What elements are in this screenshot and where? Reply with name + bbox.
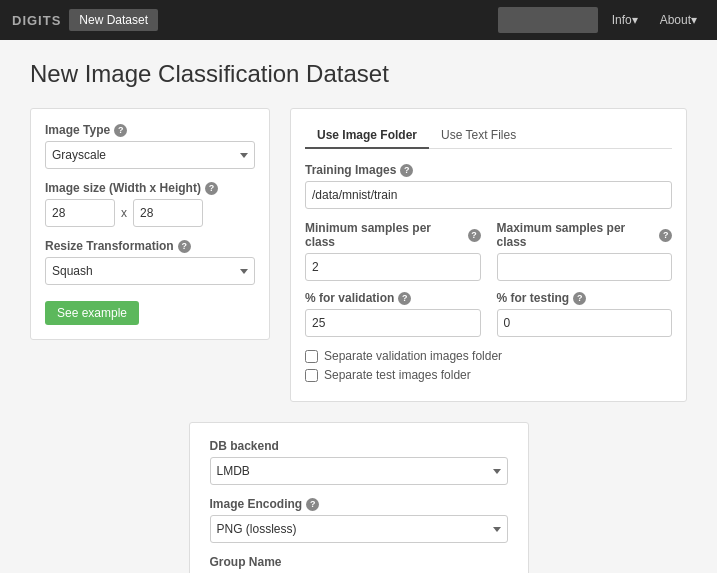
resize-select[interactable]: Squash Crop Fill Half Crop/Half Fill (45, 257, 255, 285)
image-encoding-group: Image Encoding ? PNG (lossless) JPEG (lo… (210, 497, 508, 543)
checkbox-group: Separate validation images folder Separa… (305, 349, 672, 382)
form-row: Image Type ? Grayscale Color Image size … (30, 108, 687, 402)
page-title: New Image Classification Dataset (30, 60, 687, 88)
tab-row: Use Image Folder Use Text Files (305, 123, 672, 149)
testing-label: % for testing ? (497, 291, 673, 305)
image-encoding-select[interactable]: PNG (lossless) JPEG (lossy) None (210, 515, 508, 543)
image-type-help-icon[interactable]: ? (114, 124, 127, 137)
image-type-label: Image Type ? (45, 123, 255, 137)
navbar-new-dataset-tab[interactable]: New Dataset (69, 9, 158, 31)
bottom-section: DB backend LMDB LevelDB Image Encoding ?… (30, 422, 687, 573)
db-backend-label: DB backend (210, 439, 508, 453)
image-type-group: Image Type ? Grayscale Color (45, 123, 255, 169)
min-samples-group: Minimum samples per class ? (305, 221, 481, 281)
db-backend-group: DB backend LMDB LevelDB (210, 439, 508, 485)
validation-help-icon[interactable]: ? (398, 292, 411, 305)
navbar-brand: DIGITS (12, 13, 61, 28)
tab-image-folder[interactable]: Use Image Folder (305, 123, 429, 149)
validation-input[interactable] (305, 309, 481, 337)
group-name-group: Group Name (210, 555, 508, 573)
navbar-user-box (498, 7, 598, 33)
validation-group: % for validation ? (305, 291, 481, 337)
separate-validation-checkbox[interactable] (305, 350, 318, 363)
resize-group: Resize Transformation ? Squash Crop Fill… (45, 239, 255, 285)
separate-test-checkbox-label[interactable]: Separate test images folder (305, 368, 672, 382)
training-images-input[interactable] (305, 181, 672, 209)
info-menu[interactable]: Info▾ (604, 9, 646, 31)
tab-text-files[interactable]: Use Text Files (429, 123, 528, 149)
image-encoding-label: Image Encoding ? (210, 497, 508, 511)
image-width-input[interactable] (45, 199, 115, 227)
max-samples-input[interactable] (497, 253, 673, 281)
testing-help-icon[interactable]: ? (573, 292, 586, 305)
validation-label: % for validation ? (305, 291, 481, 305)
percent-row: % for validation ? % for testing ? (305, 291, 672, 337)
min-samples-help-icon[interactable]: ? (468, 229, 481, 242)
min-samples-input[interactable] (305, 253, 481, 281)
separate-validation-checkbox-label[interactable]: Separate validation images folder (305, 349, 672, 363)
separate-validation-text: Separate validation images folder (324, 349, 502, 363)
image-encoding-help-icon[interactable]: ? (306, 498, 319, 511)
training-help-icon[interactable]: ? (400, 164, 413, 177)
image-size-help-icon[interactable]: ? (205, 182, 218, 195)
main-content: New Image Classification Dataset Image T… (0, 40, 717, 573)
max-samples-label: Maximum samples per class ? (497, 221, 673, 249)
samples-row: Minimum samples per class ? Maximum samp… (305, 221, 672, 281)
resize-help-icon[interactable]: ? (178, 240, 191, 253)
right-panel: Use Image Folder Use Text Files Training… (290, 108, 687, 402)
max-samples-help-icon[interactable]: ? (659, 229, 672, 242)
separate-test-checkbox[interactable] (305, 369, 318, 382)
separate-test-text: Separate test images folder (324, 368, 471, 382)
image-type-select[interactable]: Grayscale Color (45, 141, 255, 169)
image-size-row: x (45, 199, 255, 227)
image-size-label: Image size (Width x Height) ? (45, 181, 255, 195)
min-samples-label: Minimum samples per class ? (305, 221, 481, 249)
see-example-button[interactable]: See example (45, 301, 139, 325)
testing-input[interactable] (497, 309, 673, 337)
left-panel: Image Type ? Grayscale Color Image size … (30, 108, 270, 340)
x-separator: x (121, 206, 127, 220)
db-backend-select[interactable]: LMDB LevelDB (210, 457, 508, 485)
bottom-card: DB backend LMDB LevelDB Image Encoding ?… (189, 422, 529, 573)
about-menu[interactable]: About▾ (652, 9, 705, 31)
image-size-group: Image size (Width x Height) ? x (45, 181, 255, 227)
group-name-label: Group Name (210, 555, 508, 569)
navbar: DIGITS New Dataset Info▾ About▾ (0, 0, 717, 40)
resize-label: Resize Transformation ? (45, 239, 255, 253)
navbar-right: Info▾ About▾ (498, 7, 705, 33)
testing-group: % for testing ? (497, 291, 673, 337)
image-height-input[interactable] (133, 199, 203, 227)
max-samples-group: Maximum samples per class ? (497, 221, 673, 281)
training-images-label: Training Images ? (305, 163, 672, 177)
training-images-group: Training Images ? (305, 163, 672, 209)
